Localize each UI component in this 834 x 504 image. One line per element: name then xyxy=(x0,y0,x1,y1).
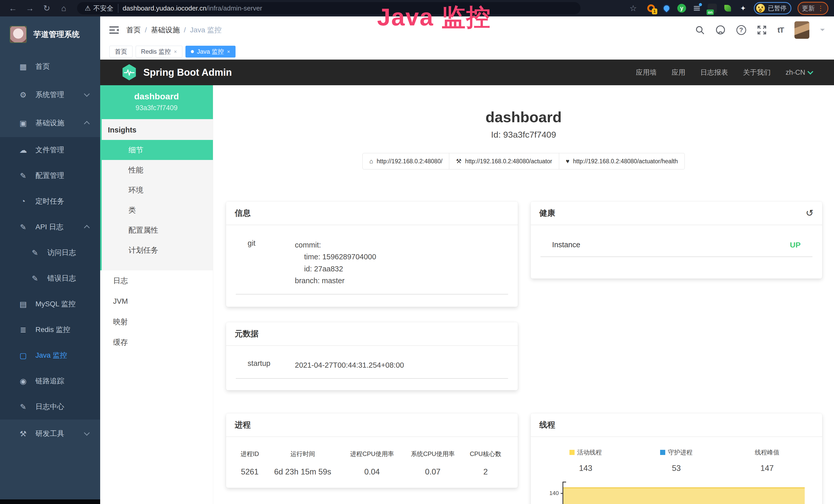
help-icon[interactable]: ? xyxy=(737,25,746,35)
process-card: 进程 进程ID 运行时间 进程CPU使用率 系统CPU使用率 xyxy=(226,413,518,488)
extension-leaf-icon[interactable] xyxy=(723,4,732,13)
sba-menu-classes[interactable]: 类 xyxy=(102,200,213,220)
browser-home-icon[interactable]: ⌂ xyxy=(57,4,71,13)
extensions-puzzle-icon[interactable]: ✦ xyxy=(739,4,748,13)
legend-live-threads: 活动线程 143 xyxy=(541,448,631,473)
user-avatar[interactable] xyxy=(794,21,809,39)
sba-brand[interactable]: Spring Boot Admin xyxy=(122,64,232,81)
sba-menu-caches[interactable]: 缓存 xyxy=(100,332,213,352)
browser-reload-icon[interactable]: ↻ xyxy=(40,3,54,13)
site-security-chip[interactable]: ⚠ 不安全 xyxy=(85,4,118,13)
sba-nav-wallboard[interactable]: 应用墙 xyxy=(636,68,657,77)
sba-menu-scheduled-tasks[interactable]: 计划任务 xyxy=(102,240,213,260)
fullscreen-icon[interactable] xyxy=(757,25,767,35)
close-icon[interactable]: × xyxy=(174,49,177,55)
sidebar-item-file[interactable]: ☁ 文件管理 xyxy=(0,137,100,163)
wrench-icon: ⚒ xyxy=(456,158,462,165)
extension-pin-icon[interactable] xyxy=(662,4,671,13)
search-icon[interactable] xyxy=(695,25,705,35)
chevron-down-icon xyxy=(84,430,90,436)
sidebar-item-log-center[interactable]: ✎ 日志中心 xyxy=(0,394,100,419)
sidebar-item-home[interactable]: ▦ 首页 xyxy=(0,52,100,81)
sba-menu-jvm[interactable]: JVM xyxy=(100,291,213,312)
actuator-url-button[interactable]: ⚒ http://192.168.0.2:48080/actuator xyxy=(449,153,559,169)
status-badge: UP xyxy=(790,240,812,249)
update-label: 更新 xyxy=(802,4,815,13)
github-icon[interactable] xyxy=(715,25,726,35)
bookmark-star-icon[interactable]: ☆ xyxy=(626,3,640,13)
tab-redis-monitor[interactable]: Redis 监控 × xyxy=(136,46,182,58)
extension-switch-icon[interactable]: on xyxy=(708,4,717,13)
sba-nav-links: 应用墙 应用 日志报表 关于我们 zh-CN xyxy=(636,68,812,77)
sidebar-item-system[interactable]: ⚙ 系统管理 xyxy=(0,81,100,109)
app-logo-row[interactable]: 芋道管理系统 xyxy=(0,17,100,52)
browser-forward-icon[interactable]: → xyxy=(23,4,37,13)
metadata-card-title: 元数据 xyxy=(226,322,518,346)
gear-icon: ⚙ xyxy=(19,90,28,99)
on-badge: on xyxy=(707,9,714,15)
user-caret-icon[interactable] xyxy=(820,29,825,33)
mysql-icon: ▤ xyxy=(19,300,28,308)
sidebar-item-devtools[interactable]: ⚒ 研发工具 xyxy=(0,419,100,448)
sba-menu-details[interactable]: 细节 xyxy=(100,140,213,160)
sba-nav-applications[interactable]: 应用 xyxy=(672,68,685,77)
sba-menu-environment[interactable]: 环境 xyxy=(102,180,213,200)
sidebar-item-trace[interactable]: ◉ 链路追踪 xyxy=(0,368,100,394)
url-host: dashboard.yudao.iocoder.cn xyxy=(123,4,206,12)
chrome-update-button[interactable]: 更新 ⋮ xyxy=(797,2,828,15)
service-url-button[interactable]: ⌂ http://192.168.0.2:48080/ xyxy=(363,153,449,169)
sba-sidebar: dashboard 93a3fc7f7409 Insights 细节 性能 环境… xyxy=(100,85,213,504)
tab-java-monitor[interactable]: Java 监控 × xyxy=(185,46,236,58)
warning-icon: ⚠ xyxy=(85,4,91,12)
sidebar-item-config[interactable]: ✎ 配置管理 xyxy=(0,163,100,188)
sidebar-item-infra[interactable]: ▣ 基础设施 xyxy=(0,109,100,137)
live-threads-value: 143 xyxy=(541,464,631,473)
sidebar-item-access-log[interactable]: ✎ 访问日志 xyxy=(0,240,100,266)
address-bar[interactable]: ⚠ 不安全 dashboard.yudao.iocoder.cn/infra/a… xyxy=(77,2,580,15)
extension-y-icon[interactable]: y xyxy=(677,4,686,13)
threads-chart-plot xyxy=(563,482,807,504)
sidebar-item-error-log[interactable]: ✎ 错误日志 xyxy=(0,266,100,291)
sba-menu-config-props[interactable]: 配置属性 xyxy=(102,220,213,240)
sidebar-item-java-monitor[interactable]: ▢ Java 监控 xyxy=(0,343,100,368)
infra-submenu: ☁ 文件管理 ✎ 配置管理 ◔ 定时任务 ✎ API 日志 ✎ xyxy=(0,137,100,419)
browser-back-icon[interactable]: ← xyxy=(6,4,20,13)
breadcrumb: 首页 / 基础设施 / Java 监控 xyxy=(126,25,222,35)
sidebar-fold-icon[interactable] xyxy=(109,26,119,34)
edit-icon: ✎ xyxy=(19,171,28,180)
insights-group: Insights 细节 性能 环境 类 配置属性 计划任务 xyxy=(100,119,213,270)
chevron-up-icon xyxy=(84,121,90,127)
instance-header[interactable]: dashboard 93a3fc7f7409 xyxy=(100,85,213,119)
sidebar-item-job[interactable]: ◔ 定时任务 xyxy=(0,188,100,214)
sba-menu-metrics[interactable]: 性能 xyxy=(102,160,213,180)
extension-grid-icon[interactable] xyxy=(692,4,701,13)
sba-menu-logs[interactable]: 日志 xyxy=(100,270,213,291)
process-table: 进程ID 运行时间 进程CPU使用率 系统CPU使用率 CPU核心数 5261 xyxy=(236,447,508,479)
profile-paused-pill[interactable]: 已暂停 xyxy=(754,2,791,15)
font-size-icon[interactable]: tT xyxy=(777,26,784,35)
history-icon[interactable]: ↺ xyxy=(806,208,813,219)
tab-home[interactable]: 首页 xyxy=(109,46,133,58)
git-info-row: git commit: time: 1596289704000 id: 27aa… xyxy=(236,239,508,295)
sba-nav-journal[interactable]: 日志报表 xyxy=(700,68,728,77)
header-actions: ? tT xyxy=(695,21,825,39)
heart-icon: ♥ xyxy=(566,158,569,165)
sba-nav-about[interactable]: 关于我们 xyxy=(743,68,771,77)
close-icon[interactable]: × xyxy=(227,49,230,55)
info-card-title: 信息 xyxy=(226,202,518,225)
sba-menu-mappings[interactable]: 映射 xyxy=(100,312,213,332)
breadcrumb-home[interactable]: 首页 xyxy=(126,25,141,35)
eye-icon: ◉ xyxy=(19,377,28,386)
sidebar-item-api-log[interactable]: ✎ API 日志 xyxy=(0,214,100,240)
sidebar-item-redis[interactable]: ≣ Redis 监控 xyxy=(0,317,100,343)
sba-locale-select[interactable]: zh-CN xyxy=(786,69,812,76)
browser-actions: ☆ 1 y on ✦ 已暂停 更新 ⋮ xyxy=(626,2,828,15)
java-monitor-icon: ▢ xyxy=(19,351,28,360)
sidebar-item-mysql[interactable]: ▤ MySQL 监控 xyxy=(0,291,100,317)
health-url-button[interactable]: ♥ http://192.168.0.2:48080/actuator/heal… xyxy=(559,153,685,169)
health-card: 健康 ↺ Instance UP xyxy=(531,202,822,279)
instance-health-row[interactable]: Instance UP xyxy=(541,240,813,257)
breadcrumb-infra[interactable]: 基础设施 xyxy=(151,25,180,35)
process-card-title: 进程 xyxy=(226,413,518,437)
extension-colorzilla-icon[interactable]: 1 xyxy=(646,4,656,13)
